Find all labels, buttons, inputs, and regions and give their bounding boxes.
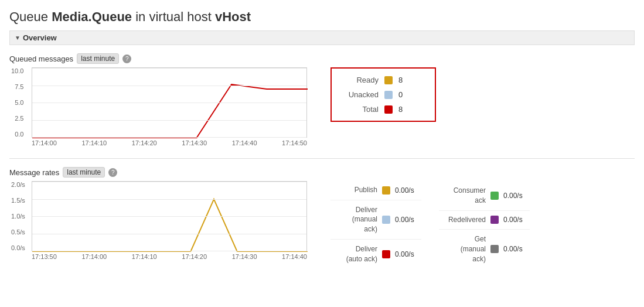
overview-label: Overview (23, 33, 57, 42)
legend-ready: Ready 8 (343, 76, 423, 84)
queued-messages-x-axis: 17:14:00 17:14:10 17:14:20 17:14:30 17:1… (32, 139, 307, 146)
message-rates-timerange[interactable]: last minute (63, 167, 105, 178)
grid-line (32, 182, 306, 182)
grid-line (32, 199, 306, 200)
grid-line (32, 137, 306, 138)
queued-messages-chart-area: 10.0 7.5 5.0 2.5 0.0 17:14:00 (9, 67, 635, 146)
rates-left-column: Publish 0.00/s Deliver(manualack) 0.00/s… (330, 181, 421, 269)
unacked-swatch (384, 91, 393, 99)
get-manual-swatch (490, 245, 499, 253)
rate-consumer-ack: Consumerack 0.00/s (439, 181, 530, 211)
queued-messages-svg (32, 68, 308, 138)
page-title: Queue Media.Queue in virtual host vHost (9, 9, 635, 25)
queued-messages-chart (32, 67, 307, 138)
message-rates-section: Message rates last minute ? 2.0/s 1.5/s … (9, 167, 635, 269)
grid-line (32, 86, 306, 86)
divider (9, 158, 635, 159)
message-rates-svg (32, 182, 308, 252)
rate-get-manual: Get(manualack) 0.00/s (439, 230, 530, 268)
message-rates-x-axis: 17:13:50 17:14:00 17:14:10 17:14:20 17:1… (32, 253, 307, 260)
message-rates-label: Message rates (9, 168, 59, 177)
message-rates-chart (32, 181, 307, 251)
message-rates-y-axis: 2.0/s 1.5/s 1.0/s 0.5/s 0.0/s (11, 181, 28, 251)
rate-deliver-auto: Deliver(auto ack) 0.00/s (330, 240, 421, 269)
deliver-auto-swatch (382, 250, 390, 258)
grid-line (32, 251, 306, 251)
rates-tables: Publish 0.00/s Deliver(manualack) 0.00/s… (330, 181, 530, 269)
message-rates-label-row: Message rates last minute ? (9, 167, 635, 178)
queued-messages-section: Queued messages last minute ? 10.0 7.5 5… (9, 53, 635, 146)
ready-swatch (384, 76, 393, 84)
publish-swatch (382, 186, 390, 195)
deliver-manual-swatch (382, 216, 390, 224)
grid-line (32, 120, 306, 121)
collapse-arrow-icon: ▼ (15, 35, 21, 41)
total-swatch (384, 105, 393, 114)
rates-right-column: Consumerack 0.00/s Redelivered 0.00/s Ge… (439, 181, 530, 269)
rate-deliver-manual: Deliver(manualack) 0.00/s (330, 200, 421, 240)
legend-unacked: Unacked 0 (343, 90, 423, 99)
rate-redelivered: Redelivered 0.00/s (439, 211, 530, 230)
queued-messages-help-icon[interactable]: ? (122, 54, 131, 63)
queued-messages-label-row: Queued messages last minute ? (9, 53, 635, 64)
consumer-ack-swatch (490, 192, 499, 200)
message-rates-content: 2.0/s 1.5/s 1.0/s 0.5/s 0.0/s 17:13:50 (9, 181, 635, 269)
grid-line (32, 103, 306, 103)
message-rates-help-icon[interactable]: ? (108, 168, 117, 177)
queued-messages-legend: Ready 8 Unacked 0 Total 8 (330, 67, 436, 122)
overview-section-header[interactable]: ▼ Overview (9, 30, 635, 45)
legend-total: Total 8 (343, 105, 423, 114)
queued-messages-y-axis: 10.0 7.5 5.0 2.5 0.0 (11, 67, 26, 138)
grid-line (32, 234, 306, 234)
redelivered-swatch (490, 216, 499, 224)
queued-messages-chart-container: 10.0 7.5 5.0 2.5 0.0 17:14:00 (32, 67, 307, 146)
rate-publish: Publish 0.00/s (330, 181, 421, 200)
grid-line (32, 216, 306, 217)
grid-line (32, 68, 306, 69)
queued-messages-timerange[interactable]: last minute (77, 53, 119, 64)
message-rates-chart-container: 2.0/s 1.5/s 1.0/s 0.5/s 0.0/s 17:13:50 (32, 181, 307, 260)
queued-messages-label: Queued messages (9, 54, 73, 63)
